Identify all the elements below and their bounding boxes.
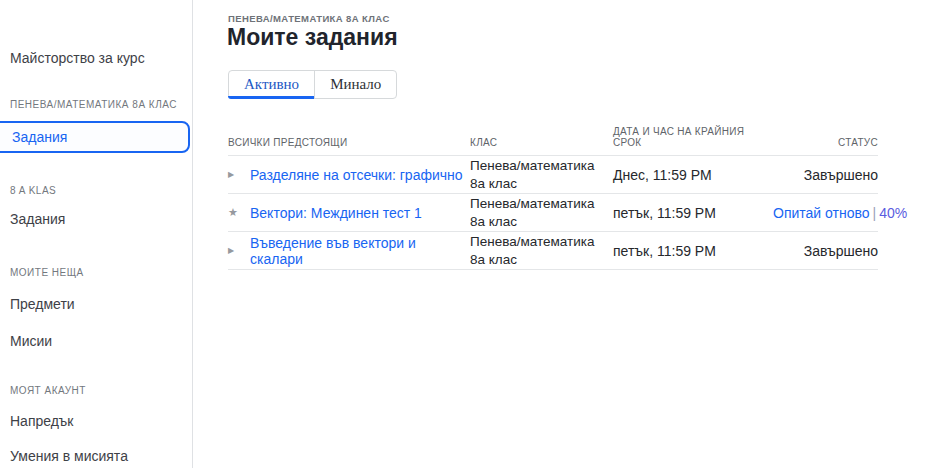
main-content: ПЕНЕВА/МАТЕМАТИКА 8А КЛАС Моите задания …: [194, 0, 931, 468]
play-triangle-icon: [228, 247, 250, 255]
sidebar-item-missions[interactable]: Мисии: [10, 333, 52, 349]
assignment-link[interactable]: Въведение във вектори и скалари: [250, 235, 470, 267]
tab-active[interactable]: Активно: [229, 71, 314, 98]
sidebar: Майсторство за курс ПЕНЕВА/МАТЕМАТИКА 8А…: [0, 0, 193, 468]
assignment-link[interactable]: Вектори: Междинен тест 1: [250, 205, 422, 221]
class-cell: Пенева/математика 8а клас: [470, 233, 613, 268]
sidebar-section-my-stuff: МОИТЕ НЕЩА: [10, 267, 84, 278]
play-triangle-icon: [228, 171, 250, 179]
star-icon: [228, 207, 250, 218]
due-cell: Днес, 11:59 PM: [613, 167, 773, 183]
sidebar-section-8a-klas: 8 A KLAS: [10, 185, 56, 196]
sidebar-item-assignments-2[interactable]: Задания: [10, 211, 65, 227]
column-header-due: ДАТА И ЧАС НА КРАЙНИЯ СРОК: [613, 126, 773, 148]
sidebar-item-mission-skills[interactable]: Умения в мисията: [10, 448, 128, 464]
sidebar-item-label: Задания: [12, 129, 67, 145]
assignments-table: ВСИЧКИ ПРЕДСТОЯЩИ КЛАС ДАТА И ЧАС НА КРА…: [228, 118, 878, 270]
status-separator: |: [870, 205, 880, 221]
due-cell: петък, 11:59 PM: [613, 205, 773, 221]
table-row: Разделяне на отсечки: графично Пенева/ма…: [228, 156, 878, 194]
score-link[interactable]: 40%: [879, 205, 907, 221]
sidebar-section-peneva-math: ПЕНЕВА/МАТЕМАТИКА 8А КЛАС: [10, 99, 177, 110]
sidebar-item-subjects[interactable]: Предмети: [10, 296, 75, 312]
class-cell: Пенева/математика 8а клас: [470, 157, 613, 192]
retry-link[interactable]: Опитай отново: [773, 205, 870, 221]
status-cell: Завършено: [773, 243, 878, 259]
column-header-status: СТАТУС: [773, 137, 878, 148]
table-row: Вектори: Междинен тест 1 Пенева/математи…: [228, 194, 878, 232]
sidebar-item-progress[interactable]: Напредък: [10, 413, 73, 429]
sidebar-section-my-account: МОЯТ АКАУНТ: [10, 385, 86, 396]
sidebar-item-assignments-selected[interactable]: Задания: [0, 121, 190, 153]
tab-group: Активно Минало: [228, 70, 397, 99]
tab-past[interactable]: Минало: [314, 71, 396, 98]
table-header-row: ВСИЧКИ ПРЕДСТОЯЩИ КЛАС ДАТА И ЧАС НА КРА…: [228, 118, 878, 156]
due-cell: петък, 11:59 PM: [613, 243, 773, 259]
breadcrumb: ПЕНЕВА/МАТЕМАТИКА 8А КЛАС: [228, 13, 390, 24]
status-cell: Завършено: [773, 167, 878, 183]
column-header-class: КЛАС: [470, 137, 613, 148]
sidebar-item-course-mastery[interactable]: Майсторство за курс: [10, 50, 145, 66]
page-title: Моите задания: [227, 24, 398, 51]
assignment-link[interactable]: Разделяне на отсечки: графично: [250, 167, 463, 183]
status-cell: Опитай отново|40%: [773, 205, 878, 221]
class-cell: Пенева/математика 8а клас: [470, 195, 613, 230]
table-row: Въведение във вектори и скалари Пенева/м…: [228, 232, 878, 270]
column-header-upcoming: ВСИЧКИ ПРЕДСТОЯЩИ: [228, 137, 470, 148]
